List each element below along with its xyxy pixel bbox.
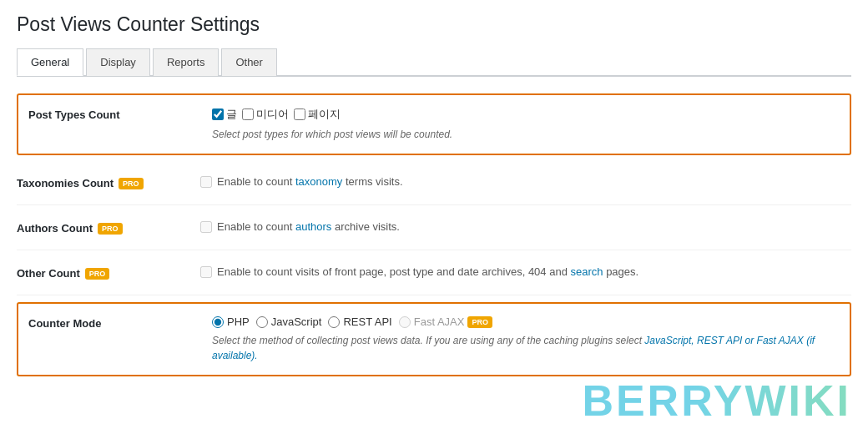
checkbox-page[interactable]: 페이지 bbox=[294, 107, 341, 122]
post-types-count-control: 글 미디어 페이지 Select post types for which po… bbox=[212, 107, 840, 142]
tab-reports[interactable]: Reports bbox=[153, 48, 220, 76]
radio-rest-api-input[interactable] bbox=[328, 316, 340, 328]
checkbox-media-input[interactable] bbox=[242, 108, 254, 120]
tab-general[interactable]: General bbox=[17, 48, 83, 76]
radio-fast-ajax[interactable]: Fast AJAX bbox=[399, 315, 465, 328]
checkbox-page-input[interactable] bbox=[294, 108, 305, 120]
authors-pro-badge: PRO bbox=[98, 223, 123, 235]
radio-fast-ajax-input[interactable] bbox=[399, 316, 411, 328]
other-count-row: Other Count PRO Enable to count visits o… bbox=[17, 250, 851, 295]
post-types-checkboxes: 글 미디어 페이지 bbox=[212, 107, 840, 122]
other-count-control: Enable to count visits of front page, po… bbox=[200, 265, 851, 278]
tab-display[interactable]: Display bbox=[86, 48, 150, 76]
taxonomy-link[interactable]: taxonomy bbox=[295, 175, 342, 188]
authors-count-row: Authors Count PRO Enable to count author… bbox=[17, 205, 851, 250]
counter-mode-control: PHP JavaScript REST API Fast AJAX PRO Se… bbox=[212, 315, 840, 363]
radio-php-input[interactable] bbox=[212, 316, 224, 328]
taxonomies-checkbox-row: Enable to count taxonomy terms visits. bbox=[200, 175, 851, 188]
other-checkbox[interactable] bbox=[200, 266, 212, 278]
other-count-text: Enable to count visits of front page, po… bbox=[217, 265, 638, 278]
taxonomies-pro-badge: PRO bbox=[119, 178, 144, 189]
authors-count-control: Enable to count authors archive visits. bbox=[200, 220, 851, 233]
authors-link[interactable]: authors bbox=[295, 220, 331, 233]
radio-javascript-input[interactable] bbox=[256, 316, 268, 328]
search-link[interactable]: search bbox=[571, 265, 603, 278]
counter-mode-radios: PHP JavaScript REST API Fast AJAX PRO bbox=[212, 315, 840, 328]
radio-rest-api[interactable]: REST API bbox=[328, 315, 391, 328]
taxonomies-count-label: Taxonomies Count PRO bbox=[17, 175, 200, 189]
post-types-hint: Select post types for which post views w… bbox=[212, 127, 840, 142]
taxonomies-count-row: Taxonomies Count PRO Enable to count tax… bbox=[17, 160, 851, 205]
authors-checkbox-row: Enable to count authors archive visits. bbox=[200, 220, 851, 233]
authors-checkbox[interactable] bbox=[200, 221, 212, 233]
counter-mode-label: Counter Mode bbox=[28, 315, 212, 330]
taxonomies-count-control: Enable to count taxonomy terms visits. bbox=[200, 175, 851, 188]
other-checkbox-row: Enable to count visits of front page, po… bbox=[200, 265, 851, 278]
fast-ajax-label: Fast AJAX PRO bbox=[399, 315, 492, 328]
post-types-count-row: Post Types Count 글 미디어 페이지 Select post t… bbox=[17, 93, 851, 155]
taxonomies-count-text: Enable to count taxonomy terms visits. bbox=[217, 175, 403, 188]
settings-content: Post Types Count 글 미디어 페이지 Select post t… bbox=[17, 76, 851, 376]
tabs-container: General Display Reports Other bbox=[17, 48, 851, 76]
other-count-label: Other Count PRO bbox=[17, 265, 200, 280]
counter-mode-row: Counter Mode PHP JavaScript REST API Fas… bbox=[17, 302, 851, 376]
checkbox-media[interactable]: 미디어 bbox=[242, 107, 289, 122]
checkbox-post[interactable]: 글 bbox=[212, 107, 237, 122]
other-pro-badge: PRO bbox=[85, 268, 110, 280]
counter-mode-hint: Select the method of collecting post vie… bbox=[212, 333, 840, 363]
authors-count-label: Authors Count PRO bbox=[17, 220, 200, 235]
taxonomies-checkbox[interactable] bbox=[200, 176, 212, 188]
radio-javascript[interactable]: JavaScript bbox=[256, 315, 322, 328]
fast-ajax-pro-badge: PRO bbox=[467, 316, 492, 328]
authors-count-text: Enable to count authors archive visits. bbox=[217, 220, 400, 233]
radio-php[interactable]: PHP bbox=[212, 315, 250, 328]
tab-other[interactable]: Other bbox=[221, 48, 277, 76]
watermark: BERRYWIKI bbox=[582, 376, 851, 426]
checkbox-post-input[interactable] bbox=[212, 108, 224, 120]
post-types-count-label: Post Types Count bbox=[28, 107, 212, 121]
page-title: Post Views Counter Settings bbox=[17, 13, 851, 36]
